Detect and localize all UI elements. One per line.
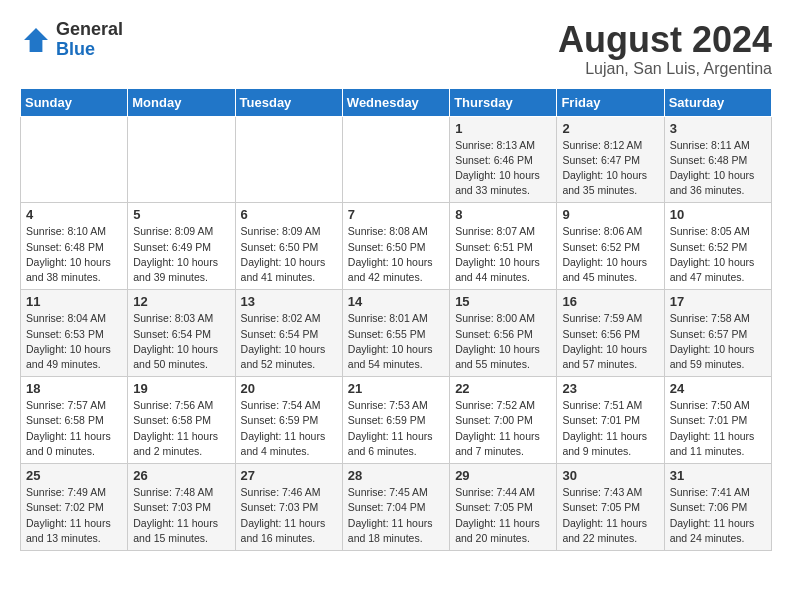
day-number: 31 (670, 468, 766, 483)
calendar-cell (342, 116, 449, 203)
day-number: 13 (241, 294, 337, 309)
day-info: Sunrise: 7:58 AM Sunset: 6:57 PM Dayligh… (670, 311, 766, 372)
day-number: 19 (133, 381, 229, 396)
calendar-cell: 20Sunrise: 7:54 AM Sunset: 6:59 PM Dayli… (235, 377, 342, 464)
calendar-cell: 29Sunrise: 7:44 AM Sunset: 7:05 PM Dayli… (450, 464, 557, 551)
day-info: Sunrise: 7:53 AM Sunset: 6:59 PM Dayligh… (348, 398, 444, 459)
day-number: 4 (26, 207, 122, 222)
header-saturday: Saturday (664, 88, 771, 116)
day-info: Sunrise: 8:12 AM Sunset: 6:47 PM Dayligh… (562, 138, 658, 199)
day-info: Sunrise: 8:13 AM Sunset: 6:46 PM Dayligh… (455, 138, 551, 199)
day-info: Sunrise: 8:01 AM Sunset: 6:55 PM Dayligh… (348, 311, 444, 372)
day-info: Sunrise: 8:09 AM Sunset: 6:49 PM Dayligh… (133, 224, 229, 285)
day-number: 30 (562, 468, 658, 483)
day-info: Sunrise: 8:11 AM Sunset: 6:48 PM Dayligh… (670, 138, 766, 199)
day-info: Sunrise: 7:51 AM Sunset: 7:01 PM Dayligh… (562, 398, 658, 459)
day-info: Sunrise: 7:56 AM Sunset: 6:58 PM Dayligh… (133, 398, 229, 459)
calendar-cell: 26Sunrise: 7:48 AM Sunset: 7:03 PM Dayli… (128, 464, 235, 551)
calendar-cell: 18Sunrise: 7:57 AM Sunset: 6:58 PM Dayli… (21, 377, 128, 464)
calendar-header: SundayMondayTuesdayWednesdayThursdayFrid… (21, 88, 772, 116)
day-number: 25 (26, 468, 122, 483)
day-info: Sunrise: 8:06 AM Sunset: 6:52 PM Dayligh… (562, 224, 658, 285)
week-row-2: 4Sunrise: 8:10 AM Sunset: 6:48 PM Daylig… (21, 203, 772, 290)
calendar-cell: 6Sunrise: 8:09 AM Sunset: 6:50 PM Daylig… (235, 203, 342, 290)
calendar-cell: 9Sunrise: 8:06 AM Sunset: 6:52 PM Daylig… (557, 203, 664, 290)
day-info: Sunrise: 7:57 AM Sunset: 6:58 PM Dayligh… (26, 398, 122, 459)
calendar-cell: 3Sunrise: 8:11 AM Sunset: 6:48 PM Daylig… (664, 116, 771, 203)
header-wednesday: Wednesday (342, 88, 449, 116)
calendar-cell: 14Sunrise: 8:01 AM Sunset: 6:55 PM Dayli… (342, 290, 449, 377)
day-number: 3 (670, 121, 766, 136)
calendar-cell: 22Sunrise: 7:52 AM Sunset: 7:00 PM Dayli… (450, 377, 557, 464)
day-number: 1 (455, 121, 551, 136)
day-info: Sunrise: 8:00 AM Sunset: 6:56 PM Dayligh… (455, 311, 551, 372)
logo-blue: Blue (56, 39, 95, 59)
day-number: 15 (455, 294, 551, 309)
calendar-cell: 19Sunrise: 7:56 AM Sunset: 6:58 PM Dayli… (128, 377, 235, 464)
logo: General Blue (20, 20, 123, 60)
title-block: August 2024 Lujan, San Luis, Argentina (558, 20, 772, 78)
header-tuesday: Tuesday (235, 88, 342, 116)
location: Lujan, San Luis, Argentina (558, 60, 772, 78)
day-number: 6 (241, 207, 337, 222)
day-number: 26 (133, 468, 229, 483)
week-row-3: 11Sunrise: 8:04 AM Sunset: 6:53 PM Dayli… (21, 290, 772, 377)
day-number: 21 (348, 381, 444, 396)
logo-text: General Blue (56, 20, 123, 60)
day-number: 16 (562, 294, 658, 309)
calendar-cell: 2Sunrise: 8:12 AM Sunset: 6:47 PM Daylig… (557, 116, 664, 203)
day-info: Sunrise: 7:45 AM Sunset: 7:04 PM Dayligh… (348, 485, 444, 546)
day-number: 24 (670, 381, 766, 396)
day-info: Sunrise: 7:59 AM Sunset: 6:56 PM Dayligh… (562, 311, 658, 372)
calendar-cell: 24Sunrise: 7:50 AM Sunset: 7:01 PM Dayli… (664, 377, 771, 464)
day-number: 12 (133, 294, 229, 309)
calendar-cell: 11Sunrise: 8:04 AM Sunset: 6:53 PM Dayli… (21, 290, 128, 377)
calendar-cell: 12Sunrise: 8:03 AM Sunset: 6:54 PM Dayli… (128, 290, 235, 377)
calendar-cell: 4Sunrise: 8:10 AM Sunset: 6:48 PM Daylig… (21, 203, 128, 290)
calendar-cell (128, 116, 235, 203)
header-monday: Monday (128, 88, 235, 116)
day-info: Sunrise: 8:08 AM Sunset: 6:50 PM Dayligh… (348, 224, 444, 285)
calendar-cell: 25Sunrise: 7:49 AM Sunset: 7:02 PM Dayli… (21, 464, 128, 551)
calendar-body: 1Sunrise: 8:13 AM Sunset: 6:46 PM Daylig… (21, 116, 772, 550)
calendar-cell: 13Sunrise: 8:02 AM Sunset: 6:54 PM Dayli… (235, 290, 342, 377)
page-header: General Blue August 2024 Lujan, San Luis… (20, 20, 772, 78)
day-info: Sunrise: 7:49 AM Sunset: 7:02 PM Dayligh… (26, 485, 122, 546)
header-thursday: Thursday (450, 88, 557, 116)
day-info: Sunrise: 7:50 AM Sunset: 7:01 PM Dayligh… (670, 398, 766, 459)
day-info: Sunrise: 8:10 AM Sunset: 6:48 PM Dayligh… (26, 224, 122, 285)
day-number: 29 (455, 468, 551, 483)
day-info: Sunrise: 7:46 AM Sunset: 7:03 PM Dayligh… (241, 485, 337, 546)
day-number: 10 (670, 207, 766, 222)
day-info: Sunrise: 7:44 AM Sunset: 7:05 PM Dayligh… (455, 485, 551, 546)
calendar-cell: 16Sunrise: 7:59 AM Sunset: 6:56 PM Dayli… (557, 290, 664, 377)
day-info: Sunrise: 7:54 AM Sunset: 6:59 PM Dayligh… (241, 398, 337, 459)
week-row-1: 1Sunrise: 8:13 AM Sunset: 6:46 PM Daylig… (21, 116, 772, 203)
calendar-cell: 28Sunrise: 7:45 AM Sunset: 7:04 PM Dayli… (342, 464, 449, 551)
day-number: 2 (562, 121, 658, 136)
day-info: Sunrise: 8:03 AM Sunset: 6:54 PM Dayligh… (133, 311, 229, 372)
month-year: August 2024 (558, 20, 772, 60)
calendar-cell: 27Sunrise: 7:46 AM Sunset: 7:03 PM Dayli… (235, 464, 342, 551)
header-sunday: Sunday (21, 88, 128, 116)
day-info: Sunrise: 7:41 AM Sunset: 7:06 PM Dayligh… (670, 485, 766, 546)
calendar-cell (235, 116, 342, 203)
day-number: 9 (562, 207, 658, 222)
calendar-cell: 10Sunrise: 8:05 AM Sunset: 6:52 PM Dayli… (664, 203, 771, 290)
day-info: Sunrise: 8:07 AM Sunset: 6:51 PM Dayligh… (455, 224, 551, 285)
calendar-cell: 7Sunrise: 8:08 AM Sunset: 6:50 PM Daylig… (342, 203, 449, 290)
calendar-cell: 31Sunrise: 7:41 AM Sunset: 7:06 PM Dayli… (664, 464, 771, 551)
day-info: Sunrise: 7:43 AM Sunset: 7:05 PM Dayligh… (562, 485, 658, 546)
calendar-cell: 17Sunrise: 7:58 AM Sunset: 6:57 PM Dayli… (664, 290, 771, 377)
calendar-cell: 23Sunrise: 7:51 AM Sunset: 7:01 PM Dayli… (557, 377, 664, 464)
day-number: 7 (348, 207, 444, 222)
day-number: 11 (26, 294, 122, 309)
day-info: Sunrise: 8:05 AM Sunset: 6:52 PM Dayligh… (670, 224, 766, 285)
calendar-cell: 15Sunrise: 8:00 AM Sunset: 6:56 PM Dayli… (450, 290, 557, 377)
day-number: 18 (26, 381, 122, 396)
week-row-5: 25Sunrise: 7:49 AM Sunset: 7:02 PM Dayli… (21, 464, 772, 551)
day-info: Sunrise: 7:52 AM Sunset: 7:00 PM Dayligh… (455, 398, 551, 459)
calendar-cell: 8Sunrise: 8:07 AM Sunset: 6:51 PM Daylig… (450, 203, 557, 290)
day-number: 20 (241, 381, 337, 396)
day-info: Sunrise: 8:02 AM Sunset: 6:54 PM Dayligh… (241, 311, 337, 372)
